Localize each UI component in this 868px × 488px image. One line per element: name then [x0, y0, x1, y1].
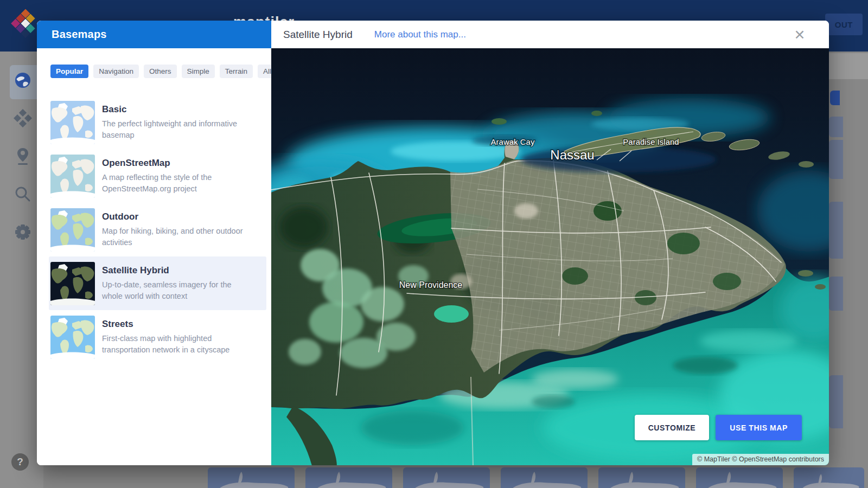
bg-thumb [501, 467, 588, 488]
satellite-map-preview[interactable]: Arawak Cay Nassau Paradise Island New Pr… [271, 48, 829, 465]
list-item-satellite-hybrid[interactable]: Satellite Hybrid Up-to-date, seamless im… [49, 256, 266, 310]
sign-out-button[interactable]: OUT [825, 14, 863, 35]
use-this-map-button[interactable]: USE THIS MAP [716, 415, 802, 440]
bg-thumb [305, 467, 392, 488]
basemap-title: Satellite Hybrid [102, 265, 251, 276]
bg-thumb [696, 467, 783, 488]
preview-actions: CUSTOMIZE USE THIS MAP [635, 415, 802, 440]
tiles-icon[interactable] [14, 109, 32, 127]
bg-thumb-fragment [829, 140, 843, 179]
basemap-title: Basic [102, 104, 251, 115]
basemap-title: Outdoor [102, 211, 251, 222]
bg-thumb [598, 467, 685, 488]
openstreetmap-thumbnail [50, 155, 95, 198]
map-label-new-providence: New Providence [399, 280, 463, 290]
basemap-list: Basic The perfect lightweight and inform… [37, 95, 271, 364]
help-button[interactable]: ? [11, 453, 29, 471]
basemap-title: Streets [102, 319, 251, 330]
filter-chip-terrain[interactable]: Terrain [220, 65, 253, 78]
map-label-nassau: Nassau [550, 147, 594, 162]
basemap-description: Map for hiking, biking, and other outdoo… [102, 226, 251, 248]
basemap-description: A map reflecting the style of the OpenSt… [102, 172, 251, 195]
bg-thumb [208, 467, 295, 488]
dialog-header: Basemaps [37, 21, 271, 48]
bg-button-fragment [830, 91, 840, 105]
search-icon[interactable] [14, 185, 32, 203]
preview-title: Satellite Hybrid [283, 29, 353, 41]
bg-thumb-fragment [829, 375, 843, 428]
list-item-basic[interactable]: Basic The perfect lightweight and inform… [49, 95, 266, 149]
bg-card-fragment [829, 53, 868, 79]
basemap-description: First-class map with highlighted transpo… [102, 333, 251, 356]
filter-chip-popular[interactable]: Popular [50, 65, 88, 78]
list-item-outdoor[interactable]: Outdoor Map for hiking, biking, and othe… [49, 203, 266, 256]
bg-thumb [403, 467, 490, 488]
map-label-arawak-cay: Arawak Cay [491, 137, 535, 146]
list-item-streets[interactable]: Streets First-class map with highlighted… [49, 310, 266, 364]
bg-thumb-fragment [829, 202, 843, 259]
customize-button[interactable]: CUSTOMIZE [635, 415, 710, 440]
more-about-map-link[interactable]: More about this map... [374, 29, 466, 40]
map-label-paradise-island: Paradise Island [623, 137, 679, 146]
basic-thumbnail [50, 101, 95, 144]
filter-chip-navigation[interactable]: Navigation [93, 65, 139, 78]
gear-icon[interactable] [14, 223, 32, 241]
basemaps-dialog: Basemaps Popular Navigation Others Simpl… [37, 21, 829, 465]
outdoor-thumbnail [50, 208, 95, 252]
bg-thumb-fragment [829, 277, 843, 311]
satellite-map-image: Arawak Cay Nassau Paradise Island New Pr… [271, 48, 829, 465]
close-icon[interactable]: ✕ [791, 26, 808, 43]
basemap-description: Up-to-date, seamless imagery for the who… [102, 279, 251, 302]
bg-thumb-fragment [829, 117, 843, 137]
bg-thumb [794, 467, 864, 488]
filter-chips: Popular Navigation Others Simple Terrain… [50, 65, 271, 78]
basemap-description: The perfect lightweight and informative … [102, 118, 251, 141]
preview-header: Satellite Hybrid More about this map... … [271, 21, 829, 48]
map-preview-panel: Satellite Hybrid More about this map... … [271, 21, 829, 465]
map-attribution: © MapTiler © OpenStreetMap contributors [692, 454, 829, 465]
dialog-title: Basemaps [37, 28, 107, 41]
location-pin-icon[interactable] [14, 147, 32, 165]
globe-icon[interactable] [14, 71, 32, 89]
filter-chip-simple[interactable]: Simple [182, 65, 215, 78]
basemap-title: OpenStreetMap [102, 158, 251, 169]
satellite-hybrid-thumbnail [50, 262, 95, 305]
basemaps-list-panel: Basemaps Popular Navigation Others Simpl… [37, 21, 271, 465]
filter-chip-others[interactable]: Others [144, 65, 177, 78]
streets-thumbnail [50, 316, 95, 359]
list-item-openstreetmap[interactable]: OpenStreetMap A map reflecting the style… [49, 149, 266, 203]
